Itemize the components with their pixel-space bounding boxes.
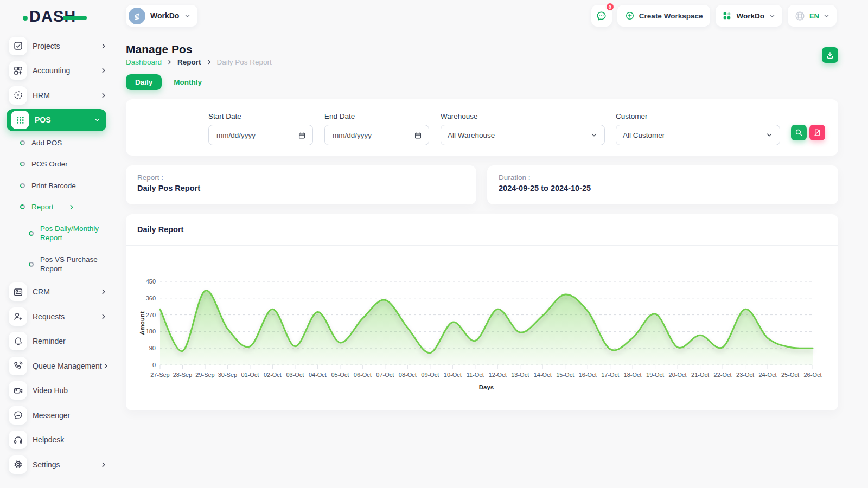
sidebar-item-report[interactable]: Report [0,196,115,218]
svg-text:03-Oct: 03-Oct [286,371,304,378]
sidebar-nav: ProjectsAccountingHRMPOSAdd POSPOS Order… [0,34,115,477]
svg-text:19-Oct: 19-Oct [646,371,664,378]
chevron-right-icon [68,203,75,211]
report-summary-card: Report : Daily Pos Report [126,165,476,204]
file-slash-icon [813,129,821,137]
sidebar-item-label: POS [35,115,51,124]
download-button[interactable] [822,47,838,63]
svg-text:26-Oct: 26-Oct [803,371,821,378]
globe-icon [794,10,806,22]
sidebar-item-requests[interactable]: Requests [0,304,115,329]
search-button[interactable] [791,125,807,140]
bullet-icon [29,231,34,236]
chevron-down-icon [93,116,101,124]
sidebar-item-label: Video Hub [33,386,68,395]
svg-text:17-Oct: 17-Oct [601,371,619,378]
chevron-right-icon [100,288,107,296]
svg-text:23-Oct: 23-Oct [736,371,754,378]
requests-icon [9,307,27,326]
sidebar-item-settings[interactable]: Settings [0,452,115,477]
sidebar-item-label: CRM [33,287,50,296]
settings-icon [9,455,27,474]
page-title: Manage Pos [126,43,193,56]
sidebar-item-messenger[interactable]: Messenger [0,403,115,428]
helpdesk-icon [9,431,27,449]
end-date-label: End Date [324,112,355,120]
breadcrumb-current: Daily Pos Report [217,58,272,66]
accounting-icon [9,61,27,80]
messages-badge: 0 [605,2,615,11]
reset-filter-button[interactable] [809,125,825,140]
svg-text:24-Oct: 24-Oct [758,371,776,378]
sidebar-item-pos[interactable]: POS [7,109,106,131]
svg-text:09-Oct: 09-Oct [421,371,439,378]
filter-card: Start Date End Date Warehouse All Wareho… [126,99,838,156]
svg-text:18-Oct: 18-Oct [624,371,642,378]
brand-logo[interactable]: DASH [29,8,76,27]
search-icon [795,129,803,137]
end-date-input[interactable] [324,125,429,145]
svg-text:15-Oct: 15-Oct [556,371,574,378]
sidebar-item-label: Projects [33,42,60,50]
sidebar-item-label: Settings [33,460,60,469]
sidebar-item-crm[interactable]: CRM [0,280,115,305]
breadcrumb-report[interactable]: Report [177,58,201,66]
start-date-input[interactable] [208,125,313,145]
svg-text:08-Oct: 08-Oct [399,371,417,378]
customer-label: Customer [616,112,648,120]
bullet-icon [20,162,25,166]
svg-text:06-Oct: 06-Oct [354,371,372,378]
plus-circle-icon [625,11,635,21]
chevron-right-icon [100,92,107,99]
svg-text:Days: Days [479,384,494,390]
bullet-icon [20,204,25,209]
workdo-menu-label: WorkDo [736,12,764,20]
sidebar-item-hrm[interactable]: HRM [0,83,115,108]
sidebar-item-label: Report [31,203,54,211]
reminder-icon [9,332,27,350]
warehouse-select[interactable]: All Warehouse [441,125,605,145]
sidebar-item-pos-daily-monthly-report[interactable]: Pos Daily/Monthly Report [0,218,115,249]
svg-text:01-Oct: 01-Oct [241,371,259,378]
start-date-field[interactable] [215,131,298,140]
chevron-right-icon [100,461,107,468]
tab-monthly[interactable]: Monthly [168,74,207,90]
sidebar-item-projects[interactable]: Projects [0,34,115,59]
sidebar-item-pos-order[interactable]: POS Order [0,153,115,175]
breadcrumb-dashboard[interactable]: Dashboard [126,58,162,66]
svg-text:0: 0 [152,362,156,368]
workdo-menu-button[interactable]: WorkDo [716,5,782,27]
bullet-icon [20,183,25,188]
sidebar-item-label: Pos Daily/Monthly Report [40,224,105,242]
calendar-icon [414,131,422,139]
sidebar-item-video-hub[interactable]: Video Hub [0,378,115,403]
sidebar-item-pos-vs-purchase-report[interactable]: Pos VS Purchase Report [0,249,115,280]
sidebar-item-label: POS Order [31,160,68,168]
sidebar-item-helpdesk[interactable]: Helpdesk [0,428,115,453]
workspace-switcher[interactable]: WorkDo [126,5,197,27]
messages-button[interactable]: 0 [591,5,612,27]
sidebar-item-accounting[interactable]: Accounting [0,59,115,84]
svg-text:Amount: Amount [139,311,145,335]
end-date-field[interactable] [331,131,414,140]
svg-text:30-Sep: 30-Sep [218,371,237,378]
create-workspace-button[interactable]: Create Workspace [617,5,711,27]
chevron-down-icon [769,12,776,20]
sidebar-item-queue-management[interactable]: Queue Management [0,354,115,378]
report-value: Daily Pos Report [137,184,465,192]
sidebar-item-reminder[interactable]: Reminder [0,329,115,354]
svg-text:21-Oct: 21-Oct [691,371,709,378]
chevron-right-icon [100,313,107,320]
svg-text:04-Oct: 04-Oct [309,371,327,378]
topbar-actions: 0 Create Workspace WorkDo EN [591,5,837,27]
sidebar-item-label: Print Barcode [31,182,76,190]
customer-select[interactable]: All Customer [616,125,780,145]
language-selector[interactable]: EN [788,5,837,27]
warehouse-value: All Warehouse [448,131,495,139]
calendar-icon [298,131,306,139]
sidebar-item-label: Requests [33,312,65,321]
tab-daily[interactable]: Daily [126,74,162,90]
sidebar-item-add-pos[interactable]: Add POS [0,132,115,154]
sidebar-item-print-barcode[interactable]: Print Barcode [0,175,115,197]
workspace-name: WorkDo [150,11,179,20]
